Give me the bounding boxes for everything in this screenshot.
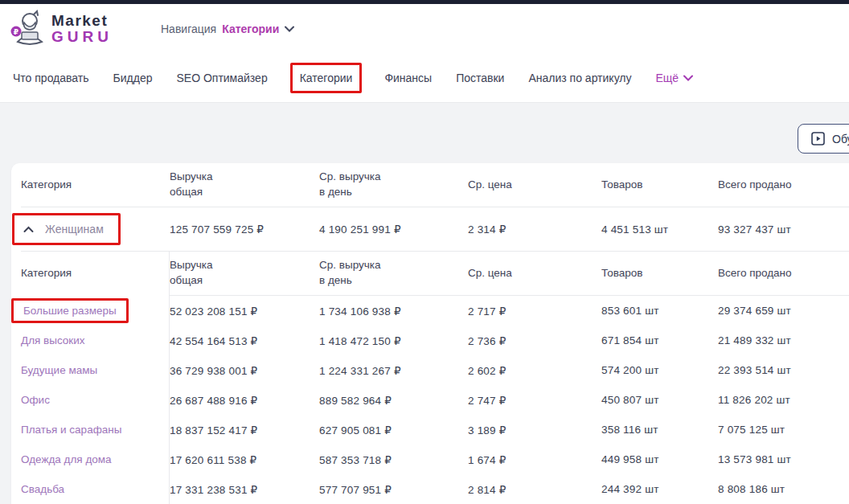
- subcategory-link[interactable]: Будущие мамы: [21, 364, 97, 376]
- subcategory-cell: Свадьба: [21, 474, 170, 504]
- table-row: Для высоких42 554 164 513 ₽1 418 472 150…: [21, 326, 849, 355]
- subcategory-cell: Большие размеры: [21, 296, 170, 326]
- annotation-box: Категории: [290, 63, 363, 93]
- table-row: Свадьба17 331 238 531 ₽577 707 951 ₽2 81…: [21, 474, 849, 504]
- table-cell: 2 747 ₽: [468, 394, 601, 407]
- tab-seo-optimizer[interactable]: SEO Оптимайзер: [176, 72, 267, 84]
- table-cell: 244 392 шт: [601, 483, 718, 495]
- tab-supplies[interactable]: Поставки: [456, 72, 504, 84]
- column-header: Ср. выручкав день: [319, 170, 468, 199]
- table-cell: 577 707 951 ₽: [319, 483, 468, 496]
- table-cell: 21 489 332 шт: [718, 334, 849, 346]
- table-row: Большие размеры52 023 208 151 ₽1 734 106…: [21, 296, 849, 326]
- subtable-header-row: КатегорияВыручкаобщаяСр. выручкав деньСр…: [21, 252, 849, 296]
- table-cell: 450 807 шт: [601, 394, 718, 406]
- brand-text: Market GURU: [51, 13, 113, 44]
- navigation-label: Навигация: [161, 23, 216, 35]
- column-header: Ср. выручкав день: [319, 252, 468, 296]
- subcategory-link[interactable]: Свадьба: [21, 483, 64, 495]
- table-cell: 22 393 514 шт: [718, 364, 849, 376]
- table-cell: 18 837 152 417 ₽: [170, 424, 319, 436]
- navigation-current-value: Категории: [222, 23, 279, 35]
- column-header: Выручкаобщая: [170, 170, 319, 199]
- table-cell: 42 554 164 513 ₽: [170, 334, 319, 347]
- main-tab-bar: Что продаватьБиддерSEO ОптимайзерКатегор…: [0, 53, 849, 103]
- subcategory-link[interactable]: Офис: [21, 394, 50, 406]
- table-cell: 1 224 331 267 ₽: [319, 364, 468, 377]
- training-video-button-label: Обуча: [832, 133, 849, 145]
- chevron-down-icon: [285, 26, 294, 32]
- chevron-down-icon: [683, 75, 693, 81]
- column-header: Выручкаобщая: [170, 252, 319, 296]
- parent-category-link[interactable]: Женщинам: [45, 223, 104, 236]
- table-cell: 574 200 шт: [601, 364, 718, 376]
- subcategory-cell: Одежда для дома: [21, 445, 170, 474]
- table-cell: 26 687 488 916 ₽: [170, 394, 319, 407]
- column-header: Товаров: [601, 252, 718, 296]
- marketguru-logo[interactable]: ₽ Market GURU: [10, 10, 130, 48]
- table-cell: 29 374 659 шт: [718, 305, 849, 317]
- tab-sku-analysis[interactable]: Анализ по артикулу: [528, 72, 631, 84]
- subcategory-link[interactable]: Одежда для дома: [21, 453, 112, 465]
- guru-mascot-icon: ₽: [10, 10, 47, 48]
- app-header: ₽ Market GURU Навигация Категории: [0, 4, 849, 53]
- table-cell: 2 717 ₽: [468, 305, 601, 318]
- parent-row-value: 2 314 ₽: [468, 223, 601, 236]
- subcategory-link[interactable]: Для высоких: [21, 334, 85, 346]
- column-header: Ср. цена: [468, 252, 601, 296]
- table-cell: 17 620 611 538 ₽: [170, 453, 319, 466]
- table-cell: 2 602 ₽: [468, 364, 601, 377]
- column-header: Всего продано: [718, 178, 849, 193]
- table-row: Офис26 687 488 916 ₽889 582 964 ₽2 747 ₽…: [21, 385, 849, 415]
- table-cell: 52 023 208 151 ₽: [170, 305, 319, 318]
- column-header: Товаров: [601, 178, 718, 193]
- table-cell: 889 582 964 ₽: [319, 394, 468, 407]
- parent-row-value: 4 451 513 шт: [601, 223, 718, 236]
- subcategory-cell: Для высоких: [21, 326, 170, 355]
- table-cell: 627 905 081 ₽: [319, 424, 468, 436]
- subcategory-link[interactable]: Большие размеры: [23, 305, 117, 317]
- table-cell: 671 854 шт: [601, 334, 718, 346]
- table-cell: 3 189 ₽: [468, 424, 601, 436]
- subcategory-cell: Платья и сарафаны: [21, 415, 170, 445]
- annotation-box: Большие размеры: [11, 298, 129, 323]
- navigation-selector[interactable]: Навигация Категории: [161, 23, 294, 35]
- table-cell: 358 116 шт: [601, 424, 718, 436]
- parent-row-value: 4 190 251 991 ₽: [319, 223, 468, 236]
- parent-category-cell: Женщинам: [21, 213, 170, 245]
- table-cell: 7 075 125 шт: [718, 424, 849, 436]
- subcategory-cell: Офис: [21, 385, 170, 415]
- table-cell: 587 353 718 ₽: [319, 453, 468, 466]
- table-cell: 1 674 ₽: [468, 453, 601, 466]
- chevron-up-icon[interactable]: [23, 226, 34, 233]
- table-cell: 1 734 106 938 ₽: [319, 305, 468, 318]
- table-cell: 853 601 шт: [601, 305, 718, 317]
- tab-more[interactable]: Ещё: [656, 72, 694, 84]
- table-cell: 11 826 202 шт: [718, 394, 849, 406]
- column-header: Ср. цена: [468, 178, 601, 193]
- parent-row-value: 125 707 559 725 ₽: [170, 223, 319, 236]
- table-cell: 2 814 ₽: [468, 483, 601, 496]
- subcategory-link[interactable]: Платья и сарафаны: [21, 424, 121, 436]
- brand-line1: Market: [51, 13, 113, 28]
- training-video-button[interactable]: Обуча: [798, 124, 849, 154]
- tab-bidder[interactable]: Биддер: [113, 72, 153, 84]
- table-cell: 36 729 938 001 ₽: [170, 364, 319, 377]
- table-row: Будущие мамы36 729 938 001 ₽1 224 331 26…: [21, 355, 849, 385]
- parent-row-value: 93 327 437 шт: [718, 223, 849, 236]
- column-header: Категория: [21, 252, 170, 296]
- table-cell: 13 573 981 шт: [718, 453, 849, 465]
- tab-what-to-sell[interactable]: Что продавать: [13, 72, 89, 84]
- tab-categories[interactable]: Категории: [292, 72, 361, 84]
- table-cell: 8 808 186 шт: [718, 483, 849, 495]
- subcategory-cell: Будущие мамы: [21, 355, 170, 385]
- table-header-row: КатегорияВыручкаобщаяСр. выручкав деньСр…: [21, 163, 849, 207]
- table-cell: 2 736 ₽: [468, 334, 601, 347]
- table-row: Одежда для дома17 620 611 538 ₽587 353 7…: [21, 445, 849, 474]
- svg-text:₽: ₽: [14, 28, 18, 36]
- table-cell: 449 958 шт: [601, 453, 718, 465]
- tab-finances[interactable]: Финансы: [384, 72, 432, 84]
- parent-category-row: Женщинам 125 707 559 725 ₽4 190 251 991 …: [21, 207, 849, 252]
- table-cell: 1 418 472 150 ₽: [319, 334, 468, 347]
- categories-table-card: КатегорияВыручкаобщаяСр. выручкав деньСр…: [11, 163, 849, 504]
